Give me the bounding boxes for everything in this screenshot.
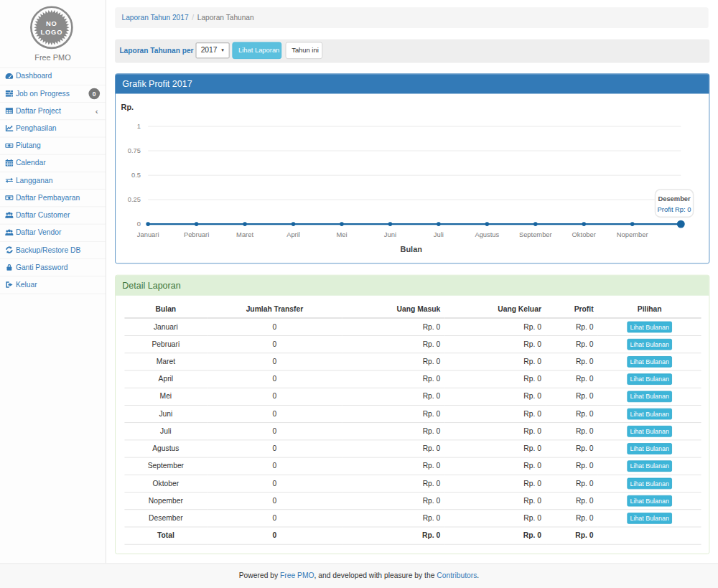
svg-text:NO: NO: [46, 20, 57, 27]
svg-text:September: September: [519, 231, 552, 238]
svg-text:Pebruari: Pebruari: [184, 231, 209, 238]
svg-text:Mei: Mei: [336, 231, 347, 238]
svg-text:Januari: Januari: [137, 231, 159, 238]
svg-text:0.25: 0.25: [128, 196, 141, 203]
svg-text:April: April: [286, 231, 300, 238]
svg-text:LOGO: LOGO: [41, 29, 63, 36]
svg-text:1: 1: [137, 123, 141, 130]
svg-text:Maret: Maret: [236, 231, 253, 238]
svg-text:Oktober: Oktober: [572, 231, 596, 238]
svg-text:Agustus: Agustus: [475, 231, 499, 238]
svg-text:Juni: Juni: [384, 231, 396, 238]
svg-text:Juli: Juli: [434, 231, 444, 238]
svg-text:Nopember: Nopember: [617, 231, 648, 238]
svg-text:Rp.: Rp.: [121, 103, 134, 111]
svg-text:0.75: 0.75: [128, 147, 141, 154]
svg-text:0.5: 0.5: [131, 172, 141, 179]
svg-text:0: 0: [137, 220, 141, 228]
svg-text:Bulan: Bulan: [401, 245, 422, 253]
